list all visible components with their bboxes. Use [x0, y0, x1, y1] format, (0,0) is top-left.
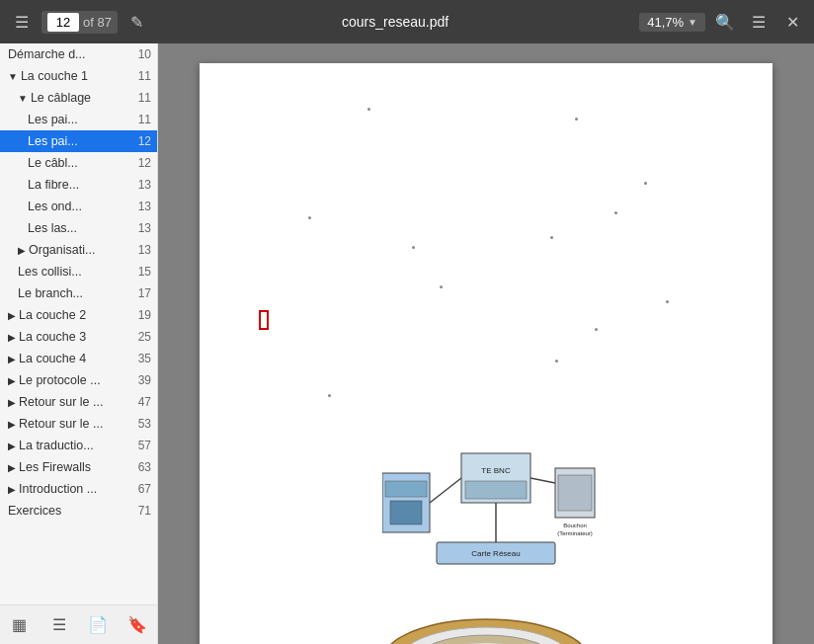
toc-item-10[interactable]: Les collisi...15	[0, 261, 157, 282]
toc-item-2[interactable]: ▼Le câblage11	[0, 87, 157, 109]
toc-item-label: Le protocole ...	[19, 373, 134, 387]
svg-rect-2	[385, 481, 427, 497]
document-title: cours_reseau.pdf	[157, 14, 633, 30]
bookmark-icon: 🔖	[127, 615, 147, 634]
sidebar-toggle-button[interactable]: ☰	[8, 8, 36, 36]
notes-button[interactable]: 📄	[82, 609, 114, 641]
toc-item-4[interactable]: Les pai...12	[0, 130, 157, 152]
toc-item-16[interactable]: ▶Retour sur le ...47	[0, 391, 157, 413]
toc-item-17[interactable]: ▶Retour sur le ...53	[0, 413, 157, 435]
zoom-dropdown-icon: ▼	[688, 17, 697, 28]
toc-icon: ☰	[52, 615, 66, 634]
toc-button[interactable]: ☰	[43, 609, 75, 641]
dot	[328, 394, 331, 397]
dot	[614, 211, 617, 214]
toc-item-12[interactable]: ▶La couche 219	[0, 304, 157, 326]
toc-item-page: 17	[138, 286, 151, 300]
svg-text:Carte Réseau: Carte Réseau	[471, 549, 520, 558]
svg-rect-8	[558, 475, 592, 511]
toc-arrow-icon: ▶	[8, 484, 16, 495]
toc-arrow-icon: ▶	[8, 441, 16, 451]
dot	[550, 236, 553, 239]
svg-text:TE BNC: TE BNC	[481, 466, 511, 475]
toc-item-page: 47	[138, 395, 151, 409]
dot	[575, 118, 578, 121]
toc-item-page: 71	[138, 504, 151, 518]
dot	[308, 216, 311, 219]
toc-item-page: 13	[138, 178, 151, 192]
toc-arrow-icon: ▼	[18, 93, 28, 104]
toc-item-1[interactable]: ▼La couche 111	[0, 65, 157, 87]
toc-item-label: La couche 4	[19, 352, 134, 365]
dot	[367, 108, 370, 111]
toc-item-7[interactable]: Les ond...13	[0, 196, 157, 217]
toc-arrow-icon: ▶	[18, 245, 26, 256]
toc-item-label: Démarche d...	[8, 47, 134, 61]
toolbar: ☰ of 87 ✎ cours_reseau.pdf 41,7% ▼ 🔍 ☰ ✕	[0, 0, 814, 43]
toc-item-page: 57	[138, 439, 151, 452]
toc-item-label: Organisati...	[29, 243, 134, 257]
dot	[595, 328, 598, 331]
toc-item-20[interactable]: ▶Introduction ...67	[0, 478, 157, 500]
toc-arrow-icon: ▼	[8, 71, 18, 82]
dot	[644, 182, 647, 185]
toc-item-page: 39	[138, 373, 151, 387]
notes-icon: 📄	[88, 615, 108, 634]
toc-item-0[interactable]: Démarche d...10	[0, 43, 157, 65]
toc-item-label: Le branch...	[18, 286, 134, 300]
toc-list: Démarche d...10▼La couche 111▼Le câblage…	[0, 43, 157, 604]
toc-item-label: La couche 2	[19, 308, 134, 322]
sidebar-toggle-icon: ☰	[15, 13, 29, 32]
toc-arrow-icon: ▶	[8, 375, 16, 386]
toc-arrow-icon: ▶	[8, 310, 16, 321]
search-button[interactable]: 🔍	[711, 8, 739, 36]
toc-item-label: Les pai...	[28, 134, 134, 148]
toc-item-6[interactable]: La fibre...13	[0, 174, 157, 196]
toc-arrow-icon: ▶	[8, 462, 16, 473]
toc-item-18[interactable]: ▶La traductio...57	[0, 435, 157, 456]
toc-item-page: 12	[138, 156, 151, 170]
toc-item-14[interactable]: ▶La couche 435	[0, 348, 157, 369]
close-icon: ✕	[786, 13, 799, 32]
toc-item-label: Le câblage	[31, 91, 134, 105]
thumbnails-button[interactable]: ▦	[4, 609, 36, 641]
close-button[interactable]: ✕	[778, 8, 806, 36]
toc-item-label: Introduction ...	[19, 482, 134, 496]
sidebar: Démarche d...10▼La couche 111▼Le câblage…	[0, 43, 158, 644]
toc-arrow-icon: ▶	[8, 332, 16, 343]
pdf-page: BNC Mâle TE BNC Bouchon (Terminateur)	[200, 63, 773, 644]
cable-cross-section: Âme en cuivre Isolant	[377, 611, 595, 644]
toc-item-3[interactable]: Les pai...11	[0, 109, 157, 130]
page-indicator	[259, 310, 269, 330]
menu-button[interactable]: ☰	[745, 8, 773, 36]
svg-text:(Terminateur): (Terminateur)	[557, 530, 593, 536]
dot	[440, 285, 443, 288]
toc-item-page: 13	[138, 221, 151, 235]
toc-item-15[interactable]: ▶Le protocole ...39	[0, 369, 157, 391]
toc-item-label: Les ond...	[28, 200, 134, 213]
toc-item-21[interactable]: Exercices71	[0, 500, 157, 522]
toc-item-label: Exercices	[8, 504, 134, 518]
toc-item-8[interactable]: Les las...13	[0, 217, 157, 239]
toc-item-label: La fibre...	[28, 178, 134, 192]
page-total: of 87	[83, 15, 112, 30]
page-number-input[interactable]	[47, 13, 79, 32]
zoom-value: 41,7%	[647, 15, 684, 30]
bookmark-button[interactable]: 🔖	[122, 609, 153, 641]
zoom-control[interactable]: 41,7% ▼	[639, 13, 705, 32]
toc-item-label: Les las...	[28, 221, 134, 235]
thumbnails-icon: ▦	[12, 615, 27, 634]
toc-item-11[interactable]: Le branch...17	[0, 282, 157, 304]
toc-item-page: 63	[138, 460, 151, 474]
toc-arrow-icon: ▶	[8, 354, 16, 364]
bnc-diagram: BNC Mâle TE BNC Bouchon (Terminateur)	[382, 443, 600, 604]
toc-item-5[interactable]: Le câbl...12	[0, 152, 157, 174]
toc-item-13[interactable]: ▶La couche 325	[0, 326, 157, 348]
toc-item-9[interactable]: ▶Organisati...13	[0, 239, 157, 261]
toc-item-page: 11	[138, 113, 151, 126]
edit-button[interactable]: ✎	[123, 8, 151, 36]
pdf-viewer[interactable]: BNC Mâle TE BNC Bouchon (Terminateur)	[158, 43, 814, 644]
toc-item-page: 10	[138, 47, 151, 61]
search-icon: 🔍	[715, 13, 735, 32]
toc-item-19[interactable]: ▶Les Firewalls63	[0, 456, 157, 478]
